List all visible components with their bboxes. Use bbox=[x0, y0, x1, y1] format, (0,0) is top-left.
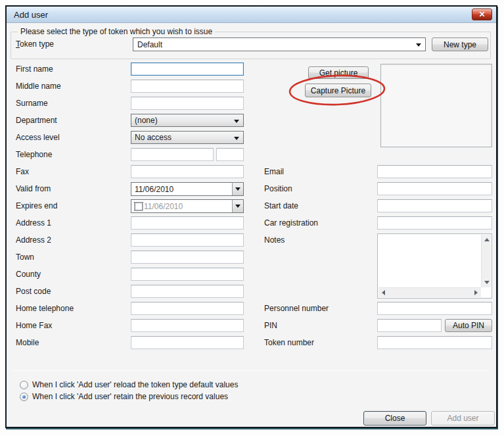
chevron-down-icon bbox=[234, 120, 239, 123]
input-email[interactable] bbox=[377, 165, 492, 178]
token-type-value: Default bbox=[137, 40, 162, 49]
user-picture-box bbox=[380, 64, 492, 147]
add-user-dialog: Add user ✕ Please select the type of tok… bbox=[5, 5, 497, 428]
field-label-first-name: First name bbox=[16, 64, 53, 74]
datepicker-expires-end[interactable]: 11/06/2010 bbox=[131, 199, 244, 213]
field-label-pin: PIN bbox=[264, 321, 277, 330]
separator-line bbox=[12, 370, 490, 371]
auto-pin-label: Auto PIN bbox=[453, 321, 484, 330]
capture-picture-button[interactable]: Capture Picture bbox=[305, 84, 371, 97]
input-surname[interactable] bbox=[131, 97, 244, 110]
option-row-1[interactable]: When I click 'Add user' reload the token… bbox=[20, 380, 238, 389]
field-label-start-date: Start date bbox=[264, 201, 298, 210]
radio-unselected-icon[interactable] bbox=[20, 381, 28, 389]
scroll-left-icon[interactable] bbox=[382, 290, 385, 295]
add-user-button[interactable]: Add user bbox=[431, 411, 495, 425]
field-label-position: Position bbox=[264, 184, 292, 193]
dropdown-department[interactable]: (none) bbox=[131, 114, 244, 127]
option-label-2: When I click 'Add user' retain the previ… bbox=[32, 392, 228, 401]
chevron-down-icon bbox=[235, 187, 241, 191]
input-telephone-extension[interactable] bbox=[216, 148, 244, 161]
input-mobile[interactable] bbox=[131, 336, 244, 349]
field-label-address-2: Address 2 bbox=[16, 235, 51, 245]
chevron-down-icon bbox=[234, 137, 239, 140]
field-label-expires-end: Expires end bbox=[16, 201, 57, 210]
option-row-2[interactable]: When I click 'Add user' retain the previ… bbox=[20, 392, 228, 401]
chevron-down-icon bbox=[235, 205, 241, 208]
input-personnel-number[interactable] bbox=[377, 302, 492, 315]
field-label-home-fax: Home Fax bbox=[16, 321, 52, 330]
window-close-button[interactable]: ✕ bbox=[472, 9, 492, 20]
datepicker-valid-from[interactable]: 11/06/2010 bbox=[131, 182, 244, 196]
input-first-name[interactable] bbox=[131, 62, 244, 76]
expires-end-checkbox[interactable] bbox=[135, 203, 143, 210]
input-post-code[interactable] bbox=[131, 285, 244, 298]
field-label-email: Email bbox=[264, 167, 284, 176]
input-address-2[interactable] bbox=[131, 233, 244, 247]
notes-vertical-scrollbar[interactable] bbox=[481, 235, 491, 287]
auto-pin-button[interactable]: Auto PIN bbox=[445, 319, 492, 332]
valid-from-dropdown-button[interactable] bbox=[232, 183, 243, 195]
dropdown-access-level[interactable]: No access bbox=[131, 131, 244, 144]
field-label-address-1: Address 1 bbox=[16, 218, 51, 228]
token-type-dropdown[interactable]: Default bbox=[133, 37, 426, 51]
input-token-number[interactable] bbox=[377, 336, 492, 349]
input-county[interactable] bbox=[131, 268, 244, 281]
input-telephone[interactable] bbox=[131, 148, 214, 161]
field-label-county: County bbox=[16, 270, 41, 279]
field-label-valid-from: Valid from bbox=[16, 184, 51, 193]
option-label-1: When I click 'Add user' reload the token… bbox=[32, 380, 238, 389]
field-label-personnel-number: Personnel number bbox=[264, 304, 329, 313]
desktop-background: Add user ✕ Please select the type of tok… bbox=[0, 0, 504, 436]
input-car-registration[interactable] bbox=[377, 216, 492, 230]
chevron-down-icon bbox=[416, 43, 421, 47]
field-label-token-number: Token number bbox=[264, 338, 314, 347]
expires-end-value: 11/06/2010 bbox=[144, 202, 183, 211]
token-type-label: Token type bbox=[16, 39, 54, 49]
get-picture-button[interactable]: Get picture bbox=[308, 66, 369, 79]
input-fax[interactable] bbox=[131, 165, 244, 178]
input-town[interactable] bbox=[131, 251, 244, 264]
field-label-department: Department bbox=[16, 116, 57, 125]
input-position[interactable] bbox=[377, 182, 492, 195]
input-home-fax[interactable] bbox=[131, 319, 244, 332]
input-home-telephone[interactable] bbox=[131, 302, 244, 315]
field-label-telephone: Telephone bbox=[16, 150, 52, 159]
titlebar[interactable]: Add user ✕ bbox=[7, 7, 496, 23]
scroll-right-icon[interactable] bbox=[474, 290, 478, 295]
radio-selected-icon[interactable] bbox=[20, 393, 28, 401]
new-type-button[interactable]: New type bbox=[432, 37, 488, 51]
input-pin[interactable] bbox=[377, 319, 442, 332]
field-label-town: Town bbox=[16, 253, 34, 262]
close-icon: ✕ bbox=[478, 11, 485, 18]
field-label-post-code: Post code bbox=[16, 287, 51, 296]
field-label-surname: Surname bbox=[16, 99, 48, 108]
close-button[interactable]: Close bbox=[363, 411, 426, 425]
field-label-middle-name: Middle name bbox=[16, 82, 61, 91]
notes-field[interactable] bbox=[377, 233, 492, 299]
expires-end-dropdown-button[interactable] bbox=[232, 200, 243, 212]
field-label-car-registration: Car registration bbox=[264, 218, 318, 228]
field-label-notes: Notes bbox=[264, 235, 285, 245]
field-label-mobile: Mobile bbox=[16, 338, 39, 347]
scroll-down-icon[interactable] bbox=[484, 281, 490, 284]
input-start-date[interactable] bbox=[377, 199, 492, 212]
notes-horizontal-scrollbar[interactable] bbox=[378, 287, 481, 297]
department-value: (none) bbox=[135, 116, 158, 125]
scroll-up-icon[interactable] bbox=[484, 238, 490, 241]
token-groupbox-legend: Please select the type of token which yo… bbox=[18, 27, 215, 36]
field-label-access-level: Access level bbox=[16, 133, 60, 142]
access-level-value: No access bbox=[135, 133, 172, 142]
field-label-fax: Fax bbox=[16, 167, 29, 176]
valid-from-value: 11/06/2010 bbox=[135, 185, 173, 194]
field-label-home-telephone: Home telephone bbox=[16, 304, 74, 313]
input-middle-name[interactable] bbox=[131, 80, 244, 93]
input-address-1[interactable] bbox=[131, 216, 244, 230]
window-title: Add user bbox=[14, 10, 48, 20]
